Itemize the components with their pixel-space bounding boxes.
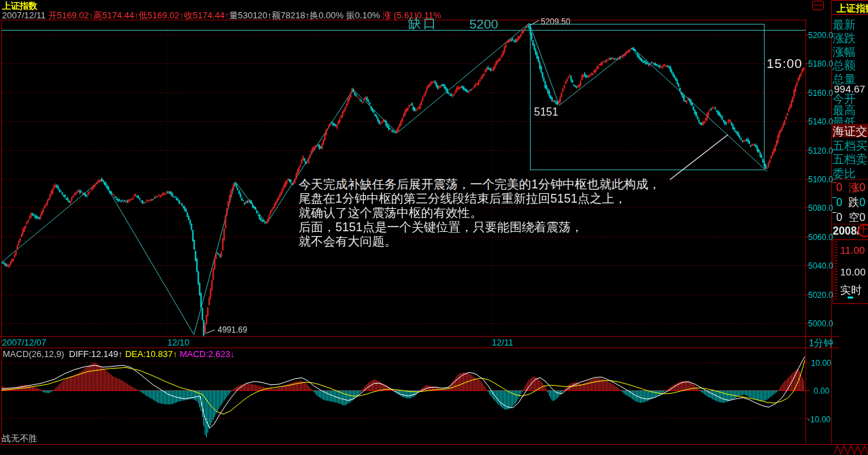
date-label-1211: 12/11 [492,337,514,348]
price-axis-label: 5000.0 [808,319,833,328]
price-axis-label: 5140.0 [808,117,833,127]
macd-axis-label: -10.00 [807,415,831,424]
price-axis-label: 5060.0 [808,233,833,242]
trading-terminal: { "colors": { "up": "#ee2525", "down": "… [0,0,868,455]
price-axis-label: 5180.0 [808,59,833,69]
counter-text: ‾0 [833,197,848,208]
macd-axis-label: 0.00 [814,386,829,396]
sidebar-exchange-label: 海证交 [831,124,868,137]
peak-price-label: 5209.50 [541,18,570,26]
text-run: 额78218 [272,10,305,20]
rt-label: 实时 [840,284,862,298]
date-label-1207: 2007/12/07 [2,337,46,348]
sidebar-year-label: 2008/ [833,225,860,237]
date-label-1210: 12/10 [167,337,190,348]
sidebar-row3-1: 五档卖 [833,152,867,167]
analysis-note-line: 尾盘在1分钟中枢的第三分线段结束后重新拉回5151点之上， [297,192,628,206]
counter-text: 空 [848,212,859,223]
text-run: DIFF:12.149 [69,349,118,359]
text-run: 2007/12/11 [2,10,48,20]
quote-summary: 2007/12/11 开5169.02↑高5174.44↑低5169.02↑收5… [2,11,441,20]
low-price-label: 4991.69 [218,326,247,334]
counter-row: ‾0 空0 [833,211,865,225]
period-label[interactable]: 1分钟 [809,337,833,350]
sidebar-index-title: 上证指数 [837,3,868,13]
rt-high-value: 11.00 [840,244,865,256]
price-axis-label: 5040.0 [808,261,833,271]
text-run: 量530120 [229,10,267,20]
text-run: 开5169.02↑高5174.44↑低5169.02↑收5174.44↑ [48,10,229,20]
clock-icon [858,224,868,237]
macd-indicator-header: MACD(26,12,9) DIFF:12.149↑ DEA:10.837↑ M… [3,350,235,358]
analysis-note-line: 就不会有大问题。 [297,235,398,249]
counter-text: ‾0 [833,212,848,223]
sidebar-title-box[interactable]: 上证指数 [831,0,868,15]
index-title: 上证指数 [2,1,37,10]
price-axis-label: 5120.0 [808,146,833,156]
gauge-ruler [835,241,837,301]
counter-text: 0 [859,197,865,208]
counter-text: 0 [859,182,865,193]
realtime-gauge-box: 11.00 10.00 实时 [833,239,868,304]
counter-text: 0 [859,212,865,223]
slogan: 战无不胜 [2,434,37,443]
analysis-note-line: 后面，5151点是一个关键位置，只要能围绕着震荡， [297,220,584,235]
analysis-note-line: 就确认了这个震荡中枢的有效性。 [297,206,484,220]
price-axis-label: 5200.0 [808,31,833,40]
macd-axis-label: 10.00 [811,358,831,368]
text-run: MACD(26,12,9) [3,349,69,359]
sidebar-row3-2: 委比 [833,166,856,182]
counter-row: ‾0 跌0 [833,196,865,210]
gap-price-label: 5200 [469,18,498,31]
text-run: DEA:10.837 [122,349,173,359]
gap-label: 缺口 [408,17,438,30]
price-axis-label: 5080.0 [808,203,833,213]
rt-low-value: 10.00 [840,266,866,277]
pivot-price-label: 5151 [534,107,558,118]
sidebar-volume-value: 994.67 [834,83,865,95]
analysis-note-line: 今天完成补缺任务后展开震荡，一个完美的1分钟中枢也就此构成， [297,178,662,192]
price-axis-label: 5160.0 [808,88,833,98]
counter-text: 涨 [848,182,859,193]
partial-glyph [848,297,853,299]
text-run: MACD:2.623 [178,349,231,359]
text-run: 换0.00% 振0.10% [310,10,382,20]
counter-text: 跌 [848,197,859,208]
counter-row: ‾0 涨0 [833,181,865,195]
text-run: ↓ [231,349,235,359]
price-axis-label: 5100.0 [808,175,833,184]
counter-text: ‾0 [833,182,848,193]
session-time-label: 15:00 [767,57,803,70]
window-icon[interactable] [812,1,824,10]
price-axis-label: 5020.0 [808,290,833,300]
